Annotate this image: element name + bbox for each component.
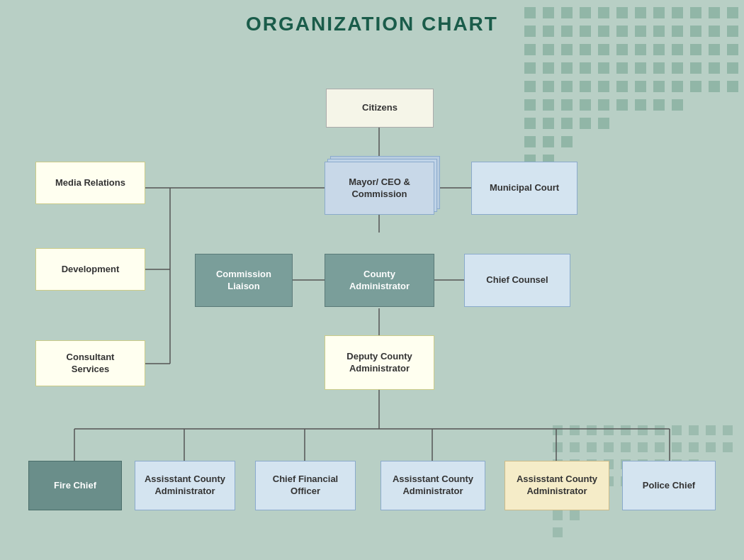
citizens-node: Citizens xyxy=(326,89,434,128)
county-administrator-node: CountyAdministrator xyxy=(325,254,434,307)
page-title: ORGANIZATION CHART xyxy=(0,0,744,35)
chief-counsel-node: Chief Counsel xyxy=(464,254,570,307)
asst-county-admin2-node: Assisstant CountyAdministrator xyxy=(381,461,485,510)
commission-liaison-node: CommissionLiaison xyxy=(195,254,293,307)
deputy-county-admin-node: Deputy CountyAdministrator xyxy=(325,335,434,390)
development-node: Development xyxy=(35,248,145,291)
asst-county-admin3-node: Assisstant CountyAdministrator xyxy=(505,461,609,510)
consultant-services-node: ConsultantServices xyxy=(35,340,145,386)
chief-financial-officer-node: Chief FinancialOfficer xyxy=(255,461,356,510)
fire-chief-node: Fire Chief xyxy=(28,461,122,510)
media-relations-node: Media Relations xyxy=(35,162,145,204)
asst-county-admin1-node: Assisstant CountyAdministrator xyxy=(135,461,235,510)
police-chief-node: Police Chief xyxy=(622,461,716,510)
municipal-court-node: Municipal Court xyxy=(471,162,577,215)
